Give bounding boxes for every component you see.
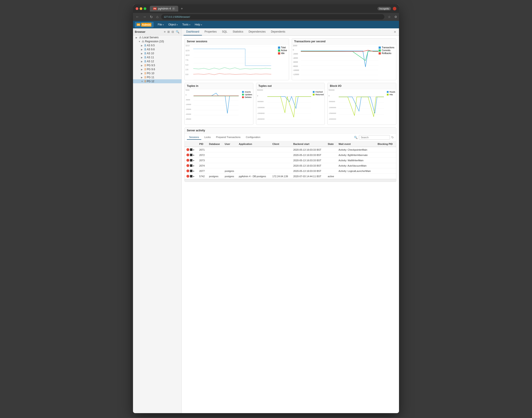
legend-commits: Commits: [379, 49, 394, 52]
expand-arrow[interactable]: ▶: [193, 154, 195, 156]
expand-arrow[interactable]: ▶: [193, 159, 195, 162]
sidebar-properties-icon[interactable]: ≡: [163, 30, 166, 34]
activity-tab-sessions[interactable]: Sessions: [187, 135, 201, 140]
sidebar-label-pg10: PG 10: [147, 72, 181, 75]
block-icon[interactable]: [190, 154, 193, 156]
expand-arrow[interactable]: ▶: [193, 165, 195, 167]
sidebar-label-pg96: PG 9.6: [147, 68, 181, 71]
stop-icon[interactable]: [186, 148, 189, 151]
server-icon: 🗄: [144, 48, 146, 51]
maximize-button[interactable]: [144, 7, 146, 10]
sidebar-sql-icon[interactable]: ⊟: [171, 30, 174, 34]
tab-close-button[interactable]: ✕: [172, 7, 175, 10]
refresh-button[interactable]: ↻: [391, 136, 394, 139]
cell-state: [326, 152, 337, 158]
stop-icon[interactable]: [186, 159, 189, 162]
sidebar-item-as95[interactable]: ▶ 🗄 AS 9.5: [133, 43, 181, 47]
back-button[interactable]: ←: [135, 14, 140, 19]
sidebar-item-as10[interactable]: ▶ 🗄 AS 10: [133, 51, 181, 55]
tab-properties[interactable]: Properties: [202, 28, 219, 35]
block-icon[interactable]: [190, 164, 193, 167]
sidebar-item-regression[interactable]: ▼ 🖧 Regression (10): [133, 39, 181, 43]
tab-statistics[interactable]: Statistics: [230, 28, 246, 35]
stop-icon[interactable]: [186, 164, 189, 167]
bookmark-icon[interactable]: ☆: [388, 15, 391, 19]
row-actions-2: ▶: [185, 158, 197, 163]
sidebar-item-as96[interactable]: ▶ 🗄 AS 9.6: [133, 47, 181, 51]
chart-block-io-title: Block I/O: [328, 83, 396, 89]
cell-application: [237, 147, 271, 152]
close-window-button[interactable]: [393, 7, 396, 11]
tab-sql[interactable]: SQL: [219, 28, 230, 35]
search-icon: 🔍: [354, 136, 358, 139]
tab-dashboard[interactable]: Dashboard: [183, 28, 202, 35]
activity-tab-configuration[interactable]: Configuration: [244, 135, 263, 140]
expand-arrow[interactable]: ▶: [193, 175, 195, 177]
expand-arrow[interactable]: ▶: [193, 170, 195, 172]
activity-tab-prepared-transactions[interactable]: Prepared Transactions: [214, 135, 243, 140]
expand-arrow[interactable]: ▶: [193, 149, 195, 151]
cell-blocking-pid: [376, 174, 396, 179]
block-icon[interactable]: [190, 170, 193, 172]
sidebar-item-as11[interactable]: ▶ 🗄 AS 11: [133, 55, 181, 59]
activity-tab-locks[interactable]: Locks: [202, 135, 213, 140]
sidebar-item-pg95[interactable]: ▶ 🗄 PG 9.5: [133, 63, 181, 67]
home-button[interactable]: ⌂: [155, 14, 159, 19]
tuples-in-legend: Inserts Updates Deletes: [242, 91, 252, 99]
cell-wait-event: Activity: WalWriterMain: [337, 158, 376, 163]
block-icon[interactable]: [190, 159, 193, 162]
browser-tab-pgadmin[interactable]: P9 pgAdmin 4 ✕: [150, 6, 178, 12]
extensions-icon[interactable]: ⚙: [394, 15, 397, 19]
server-icon: 🗄: [144, 68, 146, 71]
cell-user: postgres: [223, 174, 237, 179]
new-tab-button[interactable]: +: [179, 6, 184, 11]
titlebar: P9 pgAdmin 4 ✕ + Incognito: [133, 4, 399, 13]
menu-tools[interactable]: Tools ▾: [180, 22, 193, 27]
cell-wait-event: Activity: CheckpointerMain: [337, 147, 376, 152]
block-icon[interactable]: [190, 175, 193, 177]
row-actions-1: ▶: [185, 152, 197, 158]
menu-file[interactable]: File ▾: [155, 22, 166, 27]
minimize-button[interactable]: [140, 7, 142, 10]
logo-badge: pg: [136, 23, 140, 26]
cell-application: [237, 163, 271, 168]
sidebar-item-pg10[interactable]: ▶ 🗄 PG 10: [133, 71, 181, 75]
forward-button[interactable]: →: [142, 14, 147, 19]
sidebar-grid-icon[interactable]: ⊞: [167, 30, 170, 34]
stop-icon[interactable]: [186, 169, 189, 172]
block-icon[interactable]: [190, 148, 193, 151]
menu-object[interactable]: Object ▾: [166, 22, 180, 27]
sidebar-item-pg96[interactable]: ▶ 🗄 PG 9.6: [133, 67, 181, 71]
address-bar[interactable]: 127.0.0.1:5050/browser/: [161, 14, 384, 20]
menu-help[interactable]: Help ▾: [193, 22, 204, 27]
sidebar-search-icon[interactable]: 🔍: [175, 30, 180, 34]
horizontal-scrollbar[interactable]: [185, 179, 396, 182]
incognito-label: Incognito: [377, 7, 391, 11]
content-area: Dashboard Properties SQL Statistics Depe…: [182, 28, 399, 413]
search-input[interactable]: [359, 135, 390, 139]
server-icon: 🗄: [144, 72, 146, 75]
chart-tuples-in-body: 5000 0 -5000 -10000 -15000 -20000 -25000: [185, 89, 253, 125]
sidebar-title: Browser: [135, 30, 145, 34]
tab-dependencies[interactable]: Dependencies: [246, 28, 268, 35]
stop-icon[interactable]: [186, 153, 189, 156]
legend-total: Total: [278, 46, 287, 49]
sidebar-item-local-servers[interactable]: ▶ 🖧 Local Servers: [133, 35, 181, 39]
cell-backend-start: 2020-05-13 16:03:33 BST: [291, 163, 326, 168]
sidebar-item-as12[interactable]: ▶ 🗄 AS 12: [133, 59, 181, 63]
cell-pid: 2073: [197, 158, 207, 163]
reload-button[interactable]: ↻: [149, 14, 154, 20]
chart-tuples-out-title: Tuples out: [256, 83, 325, 89]
main-layout: Browser ≡ ⊞ ⊟ 🔍 ▶ 🖧 Local Servers ▼ 🖧 Re…: [133, 28, 399, 413]
tuples-in-svg: [193, 91, 239, 120]
row-actions-5: ▶: [185, 174, 197, 179]
sidebar-item-pg11[interactable]: ▶ 🗄 PG 11: [133, 75, 181, 79]
sidebar-item-pg12[interactable]: ▼ 🗄 PG 12: [133, 79, 181, 83]
close-button[interactable]: [136, 7, 138, 10]
stop-icon[interactable]: [186, 175, 189, 178]
block-io-y-axis: 500000 0 -500000 -1000000 -1500000 -2000…: [328, 89, 336, 120]
tab-dependents[interactable]: Dependents: [268, 28, 288, 35]
close-panel-button[interactable]: ✕: [393, 29, 397, 35]
cell-application: pgAdmin 4 - DB:postgres: [237, 174, 271, 179]
cell-application: [237, 158, 271, 163]
